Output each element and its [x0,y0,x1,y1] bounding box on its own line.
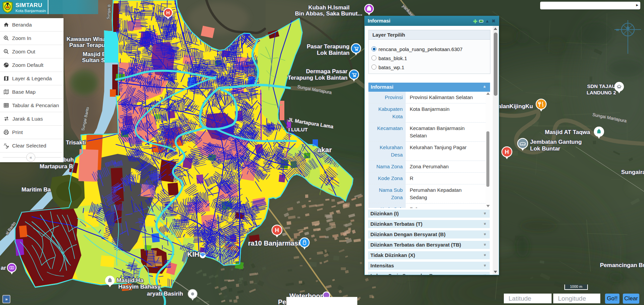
svg-text:aryati Basirih: aryati Basirih [147,291,183,297]
svg-text:Trisakti: Trisakti [66,139,86,146]
svg-text:ra10 Banjarmasin: ra10 Banjarmasin [248,239,304,247]
svg-text:Sultan S: Sultan S [82,57,105,63]
svg-text:Bin Abbas, Saka Bunut...: Bin Abbas, Saka Bunut... [295,10,362,17]
svg-text:Hasyim Bahasy: Hasyim Bahasy [118,284,161,290]
svg-text:Masjid AT Taqwa: Masjid AT Taqwa [545,129,590,135]
svg-text:H: H [275,227,279,233]
svg-text:W: W [616,28,619,32]
svg-text:LANDUNG 2: LANDUNG 2 [587,90,616,95]
svg-text:Kubah H.Ismail: Kubah H.Ismail [308,4,350,11]
svg-text:Martapura B: Martapura B [40,163,73,170]
svg-text:H: H [166,10,170,15]
svg-text:Pasar Terapu: Pasar Terapu [69,42,105,48]
svg-text:Jembatan Gantung: Jembatan Gantung [530,139,582,145]
svg-text:Pasar Terapung: Pasar Terapung [307,43,350,50]
svg-text:Maritim Ba: Maritim Ba [22,186,51,193]
svg-text:ar: ar [1,265,6,271]
svg-text:I LULUT: I LULUT [288,127,308,132]
svg-text:Dermaga Pasar: Dermaga Pasar [306,68,348,75]
svg-text:Pemancingan Bu: Pemancingan Bu [600,262,644,268]
svg-text:Lok Buntar: Lok Buntar [530,145,560,152]
svg-text:Sungairang: Sungairang [621,169,644,175]
svg-text:Masjid B: Masjid B [83,51,106,57]
svg-text:SDN TAJAU: SDN TAJAU [587,83,616,89]
svg-text:Terapung Lok Baintan: Terapung Lok Baintan [288,75,348,81]
svg-text:Masjid Ha: Masjid Ha [117,277,144,284]
svg-text:Kawasan Wisa: Kawasan Wisa [67,36,106,42]
svg-text:KIH: KIH [187,250,199,258]
svg-text:akar: akar [317,146,332,154]
svg-text:H: H [505,149,509,155]
svg-text:Lok Baintan: Lok Baintan [317,50,350,56]
